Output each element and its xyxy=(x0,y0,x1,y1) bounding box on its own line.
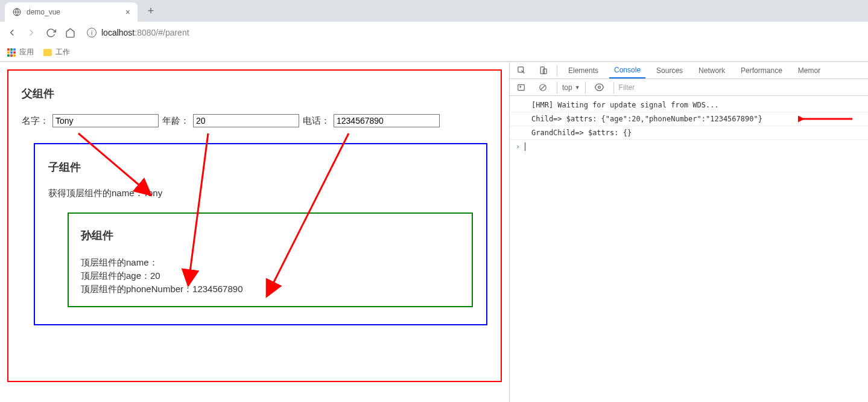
browser-tab[interactable]: demo_vue × xyxy=(5,2,138,22)
svg-point-10 xyxy=(598,86,601,89)
name-input[interactable] xyxy=(52,114,159,127)
devtools-panel: Elements Console Sources Network Perform… xyxy=(509,62,868,402)
tab-network[interactable]: Network xyxy=(694,62,730,78)
child-text: 获得顶层组件的name：Tony xyxy=(48,188,473,199)
back-button[interactable] xyxy=(6,27,18,39)
parent-component-box: 父组件 名字： 年龄： 电话： 子组件 获得顶层组件的name：Tony 孙组件 xyxy=(7,69,502,382)
form-row: 名字： 年龄： 电话： xyxy=(22,114,487,127)
tab-console[interactable]: Console xyxy=(609,62,645,78)
grand-name-line: 顶层组件的name： xyxy=(81,256,460,269)
apps-icon xyxy=(7,48,16,57)
browser-toolbar: i localhost:8080/#/parent xyxy=(0,22,868,43)
child-component-box: 子组件 获得顶层组件的name：Tony 孙组件 顶层组件的name： 顶层组件… xyxy=(34,143,487,325)
svg-rect-5 xyxy=(540,67,544,74)
clear-console-icon[interactable] xyxy=(535,80,551,95)
close-tab-icon[interactable]: × xyxy=(125,7,130,17)
bookmarks-bar: 应用 工作 xyxy=(0,43,868,62)
forward-button[interactable] xyxy=(25,27,37,39)
tab-elements[interactable]: Elements xyxy=(563,62,603,78)
globe-icon xyxy=(12,7,22,17)
inspect-icon[interactable] xyxy=(513,63,529,78)
folder-icon xyxy=(43,49,52,56)
console-prompt[interactable]: › xyxy=(510,140,868,153)
console-filter-input[interactable] xyxy=(613,81,864,94)
bookmark-folder[interactable]: 工作 xyxy=(43,47,70,57)
new-tab-button[interactable]: + xyxy=(142,2,159,19)
grandchild-component-box: 孙组件 顶层组件的name： 顶层组件的age：20 顶层组件的phoneNum… xyxy=(68,212,473,307)
site-info-icon[interactable]: i xyxy=(87,28,97,37)
address-bar[interactable]: i localhost:8080/#/parent xyxy=(83,28,189,37)
main-area: 父组件 名字： 年龄： 电话： 子组件 获得顶层组件的name：Tony 孙组件 xyxy=(0,62,868,402)
device-toggle-icon[interactable] xyxy=(535,63,551,78)
tab-performance[interactable]: Performance xyxy=(736,62,787,78)
svg-line-9 xyxy=(541,85,545,89)
child-title: 子组件 xyxy=(48,160,473,174)
tab-memory[interactable]: Memor xyxy=(793,62,825,78)
name-label: 名字： xyxy=(22,115,49,127)
tab-sources[interactable]: Sources xyxy=(651,62,688,78)
live-expression-icon[interactable] xyxy=(592,80,607,95)
reload-button[interactable] xyxy=(45,27,57,39)
devtools-tabs: Elements Console Sources Network Perform… xyxy=(510,62,868,79)
page-pane: 父组件 名字： 年龄： 电话： 子组件 获得顶层组件的name：Tony 孙组件 xyxy=(0,62,509,402)
grand-title: 孙组件 xyxy=(81,228,460,243)
svg-rect-6 xyxy=(543,69,546,74)
console-line: GrandChild=> $attrs: {} xyxy=(510,126,868,140)
sidebar-toggle-icon[interactable] xyxy=(513,80,529,95)
console-toolbar: top ▼ xyxy=(510,79,868,96)
phone-input[interactable] xyxy=(334,114,440,127)
svg-rect-7 xyxy=(518,85,525,90)
home-button[interactable] xyxy=(64,27,76,39)
context-selector[interactable]: top ▼ xyxy=(557,81,586,94)
apps-shortcut[interactable]: 应用 xyxy=(7,47,34,57)
phone-label: 电话： xyxy=(303,115,330,127)
age-input[interactable] xyxy=(193,114,299,127)
tab-bar: demo_vue × + xyxy=(0,0,868,22)
browser-chrome: demo_vue × + i localhost:8080/#/parent xyxy=(0,0,868,62)
parent-title: 父组件 xyxy=(22,86,487,101)
tab-title: demo_vue xyxy=(27,8,60,16)
console-line: Child=> $attrs: {"age":20,"phoneNumber":… xyxy=(510,112,868,126)
console-body: [HMR] Waiting for update signal from WDS… xyxy=(510,96,868,156)
grand-phone-line: 顶层组件的phoneNumber：1234567890 xyxy=(81,282,460,296)
url-text: localhost:8080/#/parent xyxy=(101,28,189,37)
age-label: 年龄： xyxy=(162,115,189,127)
grand-age-line: 顶层组件的age：20 xyxy=(81,269,460,282)
console-line: [HMR] Waiting for update signal from WDS… xyxy=(510,98,868,112)
